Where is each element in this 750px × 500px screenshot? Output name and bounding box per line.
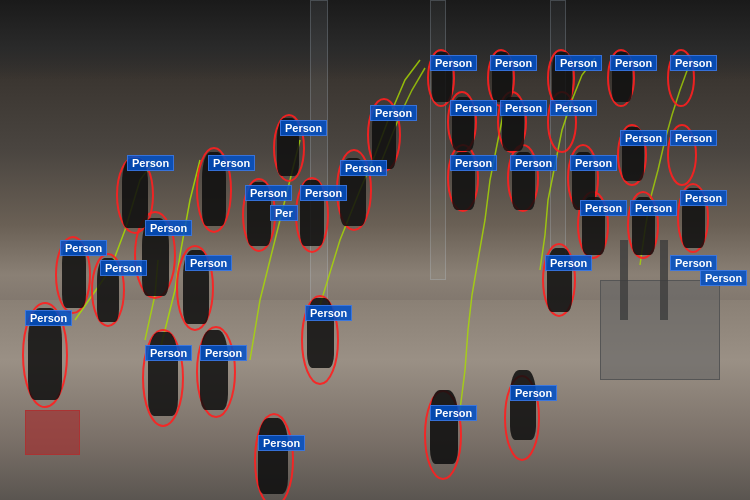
person-label-18: Person: [555, 55, 602, 71]
person-label-30: Person: [630, 200, 677, 216]
silhouette: [200, 330, 228, 410]
column-1: [310, 0, 328, 320]
person-label-13: Per: [270, 205, 298, 221]
person-label-11: Person: [245, 185, 292, 201]
pole-2: [660, 240, 668, 320]
person-label-19: Person: [610, 55, 657, 71]
person-label-22: Person: [500, 100, 547, 116]
person-label-21: Person: [450, 100, 497, 116]
person-label-36: Person: [258, 435, 305, 451]
cctv-scene: Person Person Person Person Person Perso…: [0, 0, 750, 500]
person-label-31: Person: [680, 190, 727, 206]
silhouette: [258, 418, 288, 494]
person-label-38: Person: [510, 385, 557, 401]
person-label-23: Person: [550, 100, 597, 116]
person-label-4: Person: [60, 240, 107, 256]
luggage-1: [25, 410, 80, 455]
person-label-16: Person: [430, 55, 477, 71]
person-label-10: Person: [280, 120, 327, 136]
column-2: [430, 0, 446, 280]
person-label-32: Person: [545, 255, 592, 271]
column-3: [550, 0, 566, 260]
silhouette: [430, 390, 458, 464]
person-label-9: Person: [200, 345, 247, 361]
person-label-3: Person: [145, 220, 192, 236]
person-label-14: Person: [340, 160, 387, 176]
person-label-37: Person: [430, 405, 477, 421]
person-label-17: Person: [490, 55, 537, 71]
person-label-35: Person: [305, 305, 352, 321]
person-label-7: Person: [25, 310, 72, 326]
person-label-1: Person: [127, 155, 174, 171]
silhouette: [510, 370, 536, 440]
person-label-33: Person: [670, 255, 717, 271]
person-label-27: Person: [620, 130, 667, 146]
person-label-15: Person: [370, 105, 417, 121]
person-label-34: Person: [700, 270, 747, 286]
person-label-28: Person: [670, 130, 717, 146]
person-label-2: Person: [208, 155, 255, 171]
person-label-25: Person: [510, 155, 557, 171]
person-label-24: Person: [450, 155, 497, 171]
person-label-29: Person: [580, 200, 627, 216]
person-label-20: Person: [670, 55, 717, 71]
person-label-26: Person: [570, 155, 617, 171]
person-label-8: Person: [145, 345, 192, 361]
pole-1: [620, 240, 628, 320]
person-label-5: Person: [100, 260, 147, 276]
person-label-12: Person: [300, 185, 347, 201]
person-label-6: Person: [185, 255, 232, 271]
